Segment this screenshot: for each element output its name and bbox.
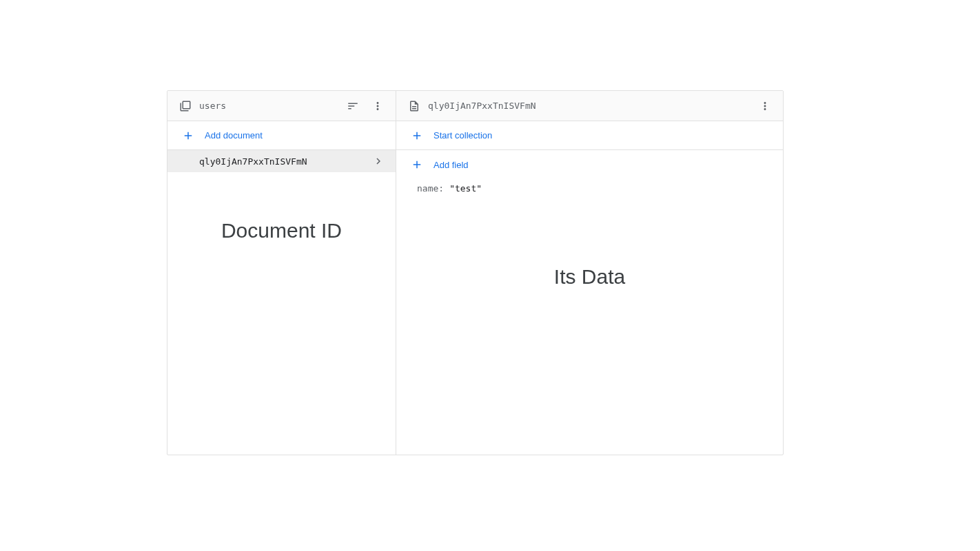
more-vert-icon[interactable] [755,96,775,116]
collection-icon [178,99,192,113]
documents-panel-header: users [167,91,396,121]
chevron-right-icon [372,155,385,167]
document-fields: name: "test" Its Data [396,179,783,455]
add-document-label: Add document [205,130,263,141]
document-list: qly0IjAn7PxxTnISVFmN Document ID [167,150,396,455]
documents-header-actions [343,96,387,116]
document-panel-header: qly0IjAn7PxxTnISVFmN [396,91,783,121]
add-document-button[interactable]: Add document [167,121,396,150]
plus-icon [410,129,424,143]
firestore-panels: users Add document [167,90,784,455]
add-field-label: Add field [433,160,469,170]
filter-icon[interactable] [343,96,363,116]
collection-name: users [199,101,343,111]
plus-icon [181,129,195,143]
document-id-text: qly0IjAn7PxxTnISVFmN [199,156,372,167]
start-collection-button[interactable]: Start collection [396,121,783,150]
field-value: "test" [449,183,482,194]
annotation-its-data: Its Data [396,265,783,289]
plus-icon [410,158,424,171]
field-row[interactable]: name: "test" [396,179,783,198]
document-icon [407,99,421,113]
annotation-document-id: Document ID [167,219,396,242]
more-vert-icon[interactable] [368,96,387,116]
document-header-actions [755,96,775,116]
document-detail-panel: qly0IjAn7PxxTnISVFmN Start collection [396,91,783,455]
start-collection-label: Start collection [433,130,492,141]
add-field-button[interactable]: Add field [396,150,783,179]
field-key: name: [417,183,444,194]
documents-panel: users Add document [167,91,396,455]
document-id-header: qly0IjAn7PxxTnISVFmN [428,101,755,111]
document-item[interactable]: qly0IjAn7PxxTnISVFmN [167,150,396,172]
